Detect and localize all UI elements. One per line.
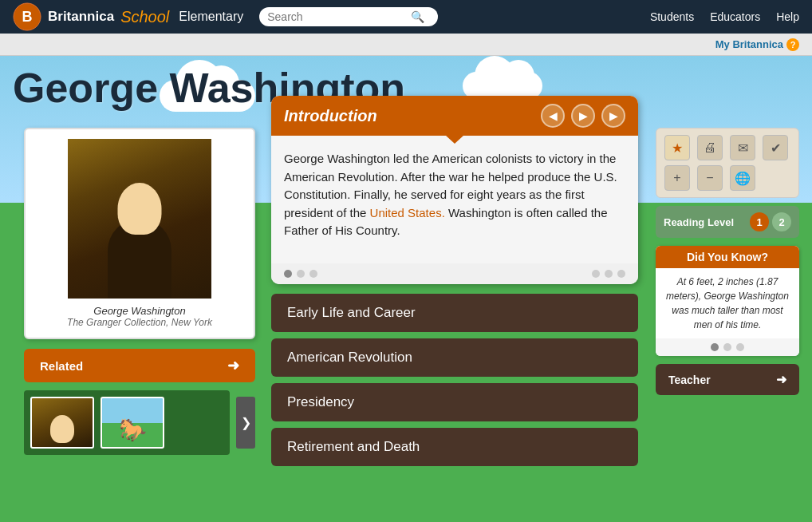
dot-5: [605, 270, 613, 278]
dot-2: [297, 270, 305, 278]
related-label: Related: [40, 359, 83, 373]
dyk-header: Did You Know?: [656, 246, 799, 268]
section-early-life[interactable]: Early Life and Career: [271, 294, 638, 332]
george-washington-portrait: [68, 139, 211, 299]
logo-area: B Britannica School Elementary: [13, 2, 243, 31]
left-panel: George Washington The Granger Collection…: [24, 128, 255, 455]
svg-text:B: B: [22, 9, 33, 25]
plus-icon[interactable]: +: [664, 165, 690, 191]
minus-icon[interactable]: −: [697, 165, 723, 191]
reading-level-badges: 1 2: [750, 212, 791, 231]
nav-students[interactable]: Students: [650, 10, 694, 23]
did-you-know-card: Did You Know? At 6 feet, 2 inches (1.87 …: [656, 246, 799, 356]
my-britannica-bar: My Britannica ?: [0, 34, 812, 56]
image-subcaption: The Granger Collection, New York: [35, 317, 244, 328]
section-retirement[interactable]: Retirement and Death: [271, 428, 638, 466]
dyk-dot-1: [711, 343, 719, 351]
nav-help[interactable]: Help: [776, 10, 799, 23]
britannica-logo-icon: B: [13, 2, 41, 31]
search-input[interactable]: [267, 10, 411, 23]
related-arrow-icon: ➜: [227, 357, 239, 374]
next-thumbnail-button[interactable]: ❯: [236, 397, 255, 449]
dots-right: [592, 270, 625, 278]
intro-header: Introduction ◀ ▶ ▶: [271, 96, 638, 136]
section-american-revolution[interactable]: American Revolution: [271, 338, 638, 377]
print-icon[interactable]: 🖨: [697, 135, 723, 160]
center-panel: Introduction ◀ ▶ ▶ George Washington led…: [271, 96, 638, 473]
reading-level-box: Reading Level 1 2: [656, 206, 799, 238]
intro-body: George Washington led the American colon…: [271, 136, 638, 263]
image-caption: George Washington: [35, 305, 244, 317]
teacher-arrow-icon: ➜: [776, 372, 786, 387]
bookmark-icon[interactable]: ✔: [763, 135, 788, 160]
section-presidency[interactable]: Presidency: [271, 383, 638, 421]
logo-school-text: School: [120, 8, 169, 26]
logo-level-text: Elementary: [179, 10, 243, 24]
sections-list: Early Life and Career American Revolutio…: [271, 294, 638, 466]
dot-6: [617, 270, 625, 278]
dot-4: [592, 270, 600, 278]
dyk-dots: [656, 338, 799, 356]
intro-controls: ◀ ▶ ▶: [541, 104, 625, 128]
right-panel: ★ 🖨 ✉ ✔ + − 🌐 Reading Level 1 2 Did You …: [656, 128, 799, 395]
intro-play-button[interactable]: ▶: [571, 104, 595, 128]
my-britannica-button[interactable]: My Britannica: [715, 38, 783, 50]
dyk-dot-3: [736, 343, 744, 351]
intro-prev-button[interactable]: ◀: [541, 104, 565, 128]
star-icon[interactable]: ★: [664, 135, 690, 160]
teacher-label: Teacher: [668, 374, 711, 386]
logo-britannica-text: Britannica: [48, 9, 114, 25]
reading-level-2-badge[interactable]: 2: [772, 212, 791, 231]
introduction-card: Introduction ◀ ▶ ▶ George Washington led…: [271, 96, 638, 284]
intro-dots: [271, 263, 638, 284]
thumbnails-row: ❯: [24, 390, 255, 455]
thumbnail-1[interactable]: [30, 397, 94, 449]
main-content: George Washington George Washington The …: [0, 56, 812, 522]
intro-title: Introduction: [284, 107, 377, 125]
reading-level-label: Reading Level: [664, 216, 734, 228]
intro-next-button[interactable]: ▶: [601, 104, 625, 128]
search-icon: 🔍: [411, 10, 424, 23]
dot-3: [309, 270, 317, 278]
search-box[interactable]: 🔍: [259, 7, 438, 26]
thumbnails-container: [24, 390, 230, 455]
teacher-button[interactable]: Teacher ➜: [656, 364, 799, 395]
dyk-dot-2: [723, 343, 731, 351]
dots-left: [284, 270, 317, 278]
thumbnail-2[interactable]: [101, 397, 164, 449]
globe-icon[interactable]: 🌐: [730, 165, 755, 191]
dyk-body: At 6 feet, 2 inches (1.87 meters), Georg…: [656, 268, 799, 338]
search-area: 🔍: [259, 7, 438, 26]
my-britannica-help-icon[interactable]: ?: [786, 38, 799, 51]
dot-1: [284, 270, 292, 278]
related-button[interactable]: Related ➜: [24, 349, 255, 382]
nav-educators[interactable]: Educators: [710, 10, 760, 23]
nav-links: Students Educators Help: [650, 10, 799, 23]
toolbar-icons: ★ 🖨 ✉ ✔ + − 🌐: [656, 128, 799, 198]
intro-link[interactable]: United States.: [370, 206, 445, 219]
header: B Britannica School Elementary 🔍 Student…: [0, 0, 812, 34]
email-icon[interactable]: ✉: [730, 135, 755, 160]
image-card: George Washington The Granger Collection…: [24, 128, 255, 339]
reading-level-1-badge[interactable]: 1: [750, 212, 769, 231]
